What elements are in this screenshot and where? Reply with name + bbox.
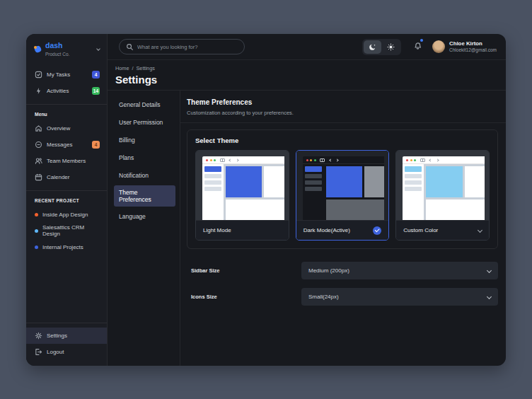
theme-option-label: Custom Color xyxy=(403,227,438,233)
settings-nav-billing[interactable]: Billing xyxy=(108,132,180,148)
section-title: Theme Preferences xyxy=(187,98,496,106)
company-name: Product Co. xyxy=(45,52,93,57)
theme-toggle[interactable] xyxy=(362,39,401,55)
settings-nav-notification[interactable]: Notification xyxy=(108,168,180,183)
mockup-toolbar xyxy=(403,156,485,164)
traffic-light-yellow xyxy=(410,159,412,161)
recent-project-heading: RECENT PROJECT xyxy=(26,196,107,207)
avatar xyxy=(432,40,445,53)
breadcrumb: Home / Settings xyxy=(115,65,506,71)
sidebar-item-activities[interactable]: Activities 14 xyxy=(26,83,107,99)
traffic-light-red xyxy=(406,159,408,161)
workspace-switcher[interactable]: dash Product Co. xyxy=(26,34,107,57)
sidebar: dash Product Co. My Tasks 4 Activities 1… xyxy=(26,34,108,366)
back-chevron-icon xyxy=(229,158,231,161)
project-item-salesattics-crm[interactable]: Salesattics CRM Design xyxy=(26,223,107,239)
sidebar-item-team-members[interactable]: Team Members xyxy=(26,153,107,169)
theme-option-light-mode[interactable]: Light Mode xyxy=(195,150,289,241)
sidebar-item-label: Logout xyxy=(47,349,100,355)
page-title: Settings xyxy=(115,74,506,86)
theme-preferences-panel: Theme Preferences Customization accordin… xyxy=(180,91,506,366)
bell-icon xyxy=(413,41,422,50)
sidebar-item-logout[interactable]: Logout xyxy=(26,344,107,360)
checkbox-icon xyxy=(35,71,42,79)
sidebar-item-label: Settings xyxy=(47,332,100,339)
project-item-internal-projects[interactable]: Internal Projects xyxy=(26,239,107,255)
chevron-down-icon xyxy=(487,294,492,299)
search-icon xyxy=(126,43,134,51)
gear-icon xyxy=(35,332,42,340)
sun-icon xyxy=(387,43,395,51)
window-icon xyxy=(420,158,425,162)
divider xyxy=(26,190,107,191)
calendar-icon xyxy=(35,173,42,181)
dark-mode-toggle-button[interactable] xyxy=(364,40,381,54)
breadcrumb-separator: / xyxy=(132,65,133,71)
sidebar-item-messages[interactable]: Messages 4 xyxy=(26,137,107,153)
user-name: Chloe Kirton xyxy=(449,40,497,47)
app-window: dash Product Co. My Tasks 4 Activities 1… xyxy=(26,34,506,366)
browser-mockup-custom xyxy=(396,151,489,220)
traffic-light-red xyxy=(306,159,308,161)
settings-nav-user-permission[interactable]: User Permission xyxy=(108,115,180,130)
sidbar-size-label: Sidbar Size xyxy=(191,267,219,274)
sidebar-item-overview[interactable]: Overview xyxy=(26,120,107,137)
settings-nav-theme-preferences[interactable]: Theme Preferences xyxy=(114,185,175,207)
browser-mockup-dark xyxy=(296,151,389,220)
breadcrumb-home[interactable]: Home xyxy=(115,65,129,71)
project-label: Inside App Design xyxy=(42,212,100,218)
user-profile[interactable]: Chloe Kirton Chloekit12@gmail.com xyxy=(432,40,497,53)
traffic-light-green xyxy=(414,159,416,161)
lightning-icon xyxy=(35,87,42,95)
sidebar-item-label: Messages xyxy=(47,141,88,148)
window-icon xyxy=(320,158,325,162)
sidebar-item-label: Overview xyxy=(47,125,100,132)
icons-size-label: Icons Size xyxy=(191,294,217,300)
traffic-light-green xyxy=(314,159,316,161)
icons-size-value: Small(24px) xyxy=(308,294,339,300)
chevron-down-icon xyxy=(487,268,492,273)
divider xyxy=(26,104,107,105)
chat-icon xyxy=(35,141,42,149)
project-dot-icon xyxy=(35,213,38,216)
sidebar-item-my-tasks[interactable]: My Tasks 4 xyxy=(26,66,107,83)
sidebar-footer: Settings Logout xyxy=(26,323,107,366)
mockup-toolbar xyxy=(303,156,385,164)
task-count-badge: 4 xyxy=(92,71,100,79)
settings-nav-general-details[interactable]: General Details xyxy=(108,97,180,112)
theme-option-dark-mode[interactable]: Dark Mode(Active) xyxy=(296,150,390,241)
traffic-light-yellow xyxy=(310,159,312,161)
light-mode-toggle-button[interactable] xyxy=(382,40,400,54)
project-label: Internal Projects xyxy=(42,244,100,250)
traffic-light-yellow xyxy=(210,159,212,161)
sidbar-size-dropdown[interactable]: Medium (200px) xyxy=(301,262,498,279)
settings-nav-plans[interactable]: Plans xyxy=(108,150,180,166)
back-chevron-icon xyxy=(329,158,332,161)
notification-bell-button[interactable] xyxy=(413,40,422,53)
traffic-light-green xyxy=(214,159,216,161)
sidebar-item-calender[interactable]: Calender xyxy=(26,169,107,185)
select-theme-panel: Select Theme xyxy=(187,129,498,249)
breadcrumb-current: Settings xyxy=(137,65,155,71)
theme-option-label: Light Mode xyxy=(203,227,231,233)
settings-nav: General Details User Permission Billing … xyxy=(108,91,180,366)
settings-nav-language[interactable]: Language xyxy=(108,209,180,224)
sidebar-item-settings[interactable]: Settings xyxy=(26,328,107,344)
icons-size-dropdown[interactable]: Small(24px) xyxy=(301,288,498,306)
notification-dot xyxy=(420,39,423,42)
menu-section-heading: Menu xyxy=(26,110,107,120)
search-bar[interactable] xyxy=(119,39,245,54)
section-subtitle: Customization according to your preferen… xyxy=(187,110,496,116)
chevron-down-icon xyxy=(478,228,482,233)
traffic-light-red xyxy=(206,159,208,161)
search-input[interactable] xyxy=(137,44,238,50)
forward-chevron-icon xyxy=(236,158,238,161)
window-icon xyxy=(220,158,225,162)
project-item-inside-app-design[interactable]: Inside App Design xyxy=(26,207,107,223)
app-logo-text: dash xyxy=(45,42,93,50)
message-count-badge: 4 xyxy=(92,141,100,149)
project-dot-icon xyxy=(35,229,38,233)
sidebar-item-label: My Tasks xyxy=(47,71,88,78)
theme-option-custom-color[interactable]: Custom Color xyxy=(395,150,490,241)
chevron-down-icon xyxy=(96,47,100,52)
